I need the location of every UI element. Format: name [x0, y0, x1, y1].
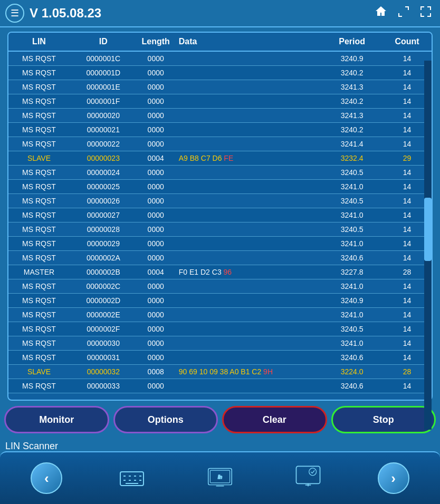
cell-lin: SLAVE	[8, 151, 70, 166]
cell-data	[175, 336, 321, 351]
cell-id: 0000001D	[70, 66, 137, 80]
home-icon	[374, 4, 388, 19]
monitor-button[interactable]: Monitor	[4, 406, 109, 433]
keyboard-icon	[118, 464, 146, 492]
cell-lin: MS RQST	[8, 51, 70, 66]
bottom-nav: ‹ lin ›	[0, 451, 440, 504]
cell-data	[175, 180, 321, 194]
cell-period: 3241.3	[321, 109, 382, 123]
home-button[interactable]	[371, 2, 390, 24]
table-row: MS RQST 0000001F 0000 3240.2 14	[8, 94, 432, 109]
table-row: MS RQST 00000029 0000 3241.0 14	[8, 237, 432, 251]
monitor-icon	[294, 464, 322, 492]
cell-id: 00000033	[70, 379, 137, 393]
options-button[interactable]: Options	[113, 406, 218, 433]
table-row: MS RQST 0000002A 0000 3240.6 14	[8, 251, 432, 265]
fullscreen-button[interactable]	[417, 3, 435, 24]
cell-lin: MS RQST	[8, 251, 70, 265]
nav-keyboard-icon[interactable]	[113, 462, 150, 494]
cell-length: 0000	[137, 379, 175, 393]
cell-length: 0004	[137, 151, 175, 166]
cell-period: 3240.5	[321, 166, 382, 180]
cell-data	[175, 109, 321, 123]
col-header-data: Data	[175, 33, 321, 51]
cell-length: 0000	[137, 80, 175, 94]
cell-lin: MS RQST	[8, 294, 70, 308]
cell-lin: MS RQST	[8, 137, 70, 151]
cell-length: 0000	[137, 237, 175, 251]
cell-data: A9 B8 C7 D6 FE	[175, 151, 321, 166]
cell-data	[175, 308, 321, 322]
header: ☰ V 1.05.08.23	[0, 0, 440, 27]
cell-period: 3240.9	[321, 51, 382, 66]
cell-lin: MS RQST	[8, 66, 70, 80]
table-row: MS RQST 00000033 0000 3240.6 14	[8, 379, 432, 393]
cell-id: 00000026	[70, 194, 137, 208]
table-row: MS RQST 0000001E 0000 3241.3 14	[8, 80, 432, 94]
cell-data	[175, 237, 321, 251]
cell-lin: MS RQST	[8, 308, 70, 322]
table-row: MS RQST 00000021 0000 3240.2 14	[8, 123, 432, 137]
cell-lin: MS RQST	[8, 222, 70, 237]
cell-data	[175, 379, 321, 393]
cell-length: 0000	[137, 94, 175, 109]
cell-id: 00000022	[70, 137, 137, 151]
cell-data	[175, 351, 321, 365]
cell-id: 0000002A	[70, 251, 137, 265]
table-header-row: LIN ID Length Data Period Count	[8, 33, 432, 51]
cell-lin: MS RQST	[8, 166, 70, 180]
cell-id: 00000029	[70, 237, 137, 251]
menu-button[interactable]: ☰	[5, 4, 24, 23]
svg-text:lin: lin	[218, 475, 223, 480]
nav-monitor-icon[interactable]	[290, 462, 327, 494]
clear-button[interactable]: Clear	[222, 406, 327, 433]
cell-id: 0000002F	[70, 322, 137, 336]
cell-length: 0000	[137, 308, 175, 322]
svg-rect-14	[296, 466, 320, 483]
cell-length: 0004	[137, 265, 175, 279]
cell-length: 0000	[137, 208, 175, 222]
resize-icon	[397, 5, 410, 18]
cell-period: 3227.8	[321, 265, 382, 279]
cell-id: 0000001F	[70, 94, 137, 109]
stop-button[interactable]: Stop	[331, 406, 436, 433]
data-table-container: LIN ID Length Data Period Count MS RQST …	[7, 32, 433, 401]
table-row: MS RQST 00000025 0000 3241.0 14	[8, 180, 432, 194]
table-row: MS RQST 00000027 0000 3241.0 14	[8, 208, 432, 222]
cell-id: 00000032	[70, 365, 137, 379]
cell-data	[175, 66, 321, 80]
cell-data	[175, 123, 321, 137]
nav-next-button[interactable]: ›	[378, 462, 409, 494]
cell-period: 3241.0	[321, 279, 382, 294]
cell-length: 0000	[137, 51, 175, 66]
cell-length: 0000	[137, 137, 175, 151]
cell-period: 3240.6	[321, 379, 382, 393]
cell-length: 0000	[137, 279, 175, 294]
table-row: SLAVE 00000032 0008 90 69 10 09 38 A0 B1…	[8, 365, 432, 379]
scrollbar-thumb[interactable]	[424, 198, 432, 261]
lin-data-table: LIN ID Length Data Period Count MS RQST …	[8, 33, 432, 393]
cell-period: 3241.4	[321, 137, 382, 151]
table-row: MS RQST 00000026 0000 3240.5 14	[8, 194, 432, 208]
cell-period: 3240.5	[321, 322, 382, 336]
cell-length: 0008	[137, 365, 175, 379]
cell-data	[175, 322, 321, 336]
cell-length: 0000	[137, 180, 175, 194]
cell-period: 3241.3	[321, 80, 382, 94]
nav-lin-icon[interactable]: lin	[202, 462, 238, 494]
menu-icon: ☰	[11, 7, 19, 19]
nav-prev-button[interactable]: ‹	[31, 462, 62, 494]
cell-period: 3240.5	[321, 222, 382, 237]
cell-id: 00000025	[70, 180, 137, 194]
col-header-period: Period	[321, 33, 382, 51]
cell-id: 0000002E	[70, 308, 137, 322]
col-header-lin: LIN	[8, 33, 70, 51]
cell-length: 0000	[137, 351, 175, 365]
cell-data	[175, 194, 321, 208]
resize-button[interactable]	[395, 3, 413, 24]
scrollbar-track[interactable]	[424, 61, 432, 430]
cell-id: 00000023	[70, 151, 137, 166]
table-row: MS RQST 0000001C 0000 3240.9 14	[8, 51, 432, 66]
cell-data: F0 E1 D2 C3 96	[175, 265, 321, 279]
cell-period: 3240.6	[321, 351, 382, 365]
